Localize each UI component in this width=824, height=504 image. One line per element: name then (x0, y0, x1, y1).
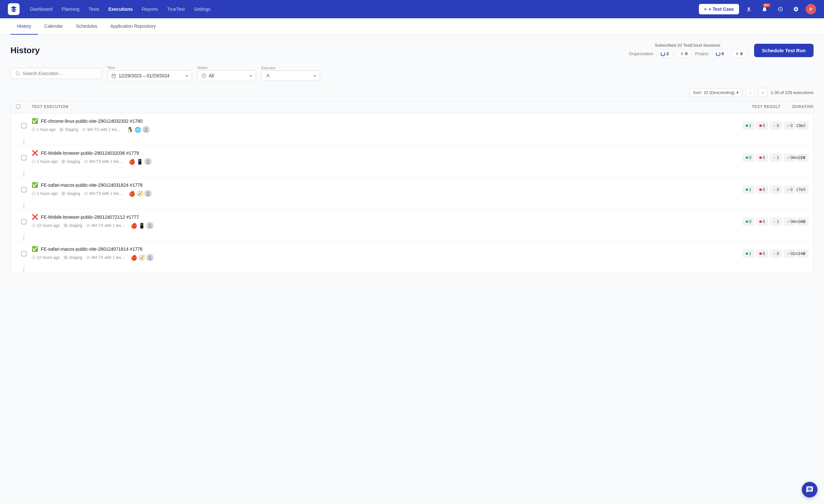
pass-dot (746, 188, 748, 191)
status-label: Status (197, 66, 256, 70)
status-filter-wrapper: Status All ▾ (197, 66, 256, 81)
tab-history[interactable]: History (10, 18, 38, 35)
navbar: Dashboard Planning Tests Executions Repo… (0, 0, 824, 18)
settings-button[interactable] (790, 3, 802, 15)
row1-name[interactable]: FE-chrome-linux-public-site-290124032302… (41, 119, 142, 124)
row5-duration: 1m14s (792, 251, 808, 256)
nav-truetest[interactable]: TrueTest (167, 7, 185, 12)
nav-reports[interactable]: Reports (142, 7, 158, 12)
row1-env: Staging (60, 127, 78, 132)
executor-filter[interactable]: ▾ (262, 71, 320, 81)
time-filter[interactable]: 12/29/2023 – 01/29/2024 ▾ (107, 70, 192, 81)
table-row: ✅ FE-safari-macos-public-site-2901240318… (11, 177, 813, 209)
row3-env: Staging (62, 191, 80, 196)
sort-selector[interactable]: Sort: ID (Descending) ▾ (689, 88, 742, 97)
nav-executions[interactable]: Executions (108, 7, 133, 12)
table-row: ✅ FE-safari-macos-public-site-2801240718… (11, 241, 813, 273)
proj-label: Project (695, 51, 708, 56)
suite-icon (86, 224, 90, 228)
header-checkbox-col (16, 105, 32, 110)
row2-info: ❌ FE-Mobile-browser-public-290124032036 … (32, 145, 648, 170)
row2-more-button[interactable]: ⋮ (16, 170, 32, 177)
search-box[interactable] (10, 68, 102, 79)
row4-warn-badge: ⚠ 1 (770, 218, 782, 226)
org-running-val: 2 (666, 51, 669, 56)
row4-fail-badge: 0 (756, 218, 768, 226)
mobile-icon: 📱 (138, 223, 145, 229)
safari-icon: 🧭 (138, 255, 145, 261)
row2-warn-badge: ⚠ 1 (770, 154, 782, 161)
status-filter[interactable]: All ▾ (197, 70, 256, 81)
fail-dot (759, 124, 762, 127)
proj-queued-val: 0 (740, 51, 743, 56)
sort-label: Sort: (693, 90, 702, 95)
status-icon (202, 74, 206, 78)
schedule-test-run-button[interactable]: Schedule Test Run (754, 44, 814, 57)
navbar-actions: + + Test Case 99+ P (699, 3, 816, 15)
user-avatar-button[interactable]: P (806, 4, 816, 14)
row3-name[interactable]: FE-safari-macos-public-site-290124031824… (41, 182, 142, 188)
download-button[interactable] (743, 3, 755, 15)
apple-icon: 🍎 (131, 223, 137, 229)
row5-name[interactable]: FE-safari-macos-public-site-280124071814… (41, 246, 142, 252)
row5-result: 1 0 ⚠ 0 ⊘ 0 » 0 (740, 250, 792, 258)
proj-running-stat: 0 (712, 49, 728, 58)
tab-calendar[interactable]: Calendar (38, 18, 70, 35)
nav-planning[interactable]: Planning (62, 7, 80, 12)
row2-pass-badge: 0 (743, 154, 754, 161)
row5-more-button[interactable]: ⋮ (16, 266, 32, 273)
clock-icon (32, 256, 35, 259)
nav-tests[interactable]: Tests (89, 7, 99, 12)
next-page-button[interactable]: › (758, 88, 767, 97)
nav-settings[interactable]: Settings (194, 7, 210, 12)
row4-status-icon: ❌ (32, 214, 38, 220)
row3-time: 2 hours ago (32, 191, 58, 196)
row1-os-icons: 🐧 🌐 (127, 126, 149, 133)
row4-name[interactable]: FE-Mobile-browser-public-280124072112 #1… (41, 215, 139, 220)
svg-rect-1 (112, 74, 116, 78)
header-duration: DURATION (792, 105, 808, 110)
tab-schedules[interactable]: Schedules (69, 18, 104, 35)
env-icon (64, 256, 68, 259)
select-all-checkbox[interactable] (16, 105, 20, 109)
notifications-button[interactable]: 99+ (759, 3, 770, 15)
row4-more-button[interactable]: ⋮ (16, 234, 32, 241)
row5-checkbox[interactable] (16, 251, 32, 256)
row1-time: 1 hour ago (32, 127, 56, 132)
row4-env: Staging (64, 223, 82, 228)
test-case-button[interactable]: + + Test Case (699, 4, 739, 14)
row1-checkbox[interactable] (16, 123, 32, 128)
row5-suite: WA TS with 1 tes... (86, 255, 124, 260)
svg-point-0 (16, 72, 19, 75)
filters-row: Time 12/29/2023 – 01/29/2024 ▾ Status Al… (10, 66, 814, 81)
row2-checkbox[interactable] (16, 155, 32, 160)
row2-suite: WA TS with 1 tes... (84, 159, 122, 164)
skip-icon: ⊘ (787, 252, 789, 255)
clock-icon (32, 192, 35, 196)
history-button[interactable] (774, 3, 786, 15)
env-icon (64, 224, 68, 228)
row2-name[interactable]: FE-Mobile-browser-public-290124032036 #1… (41, 150, 139, 156)
row3-more-button[interactable]: ⋮ (16, 202, 32, 209)
search-input[interactable] (23, 71, 97, 76)
tab-app-repo[interactable]: Application Repository (104, 18, 163, 35)
row1-more-button[interactable]: ⋮ (16, 138, 32, 145)
apple-icon: 🍎 (129, 159, 135, 165)
nav-dashboard[interactable]: Dashboard (30, 7, 53, 12)
row5-pass-badge: 1 (743, 250, 754, 258)
executions-table: TEST EXECUTION TEST RESULT DURATION ✅ FE… (10, 101, 814, 273)
prev-page-button[interactable]: ‹ (746, 88, 755, 97)
apple-icon: 🍎 (129, 191, 135, 197)
pagination-info: 1-30 of 229 executions (770, 90, 814, 95)
app-logo (8, 3, 20, 15)
chat-bubble-button[interactable] (802, 482, 817, 497)
proj-parallel-icon: ⏸ (735, 51, 739, 56)
executor-filter-wrapper: Executor ▾ (262, 66, 320, 81)
fail-dot (759, 188, 762, 191)
row5-status-icon: ✅ (32, 246, 38, 252)
row4-checkbox[interactable] (16, 219, 32, 224)
row3-warn-badge: ⚠ 0 (770, 186, 782, 194)
org-queued-val: 0 (685, 51, 688, 56)
warn-icon: ⚠ (773, 124, 776, 127)
row3-checkbox[interactable] (16, 187, 32, 192)
